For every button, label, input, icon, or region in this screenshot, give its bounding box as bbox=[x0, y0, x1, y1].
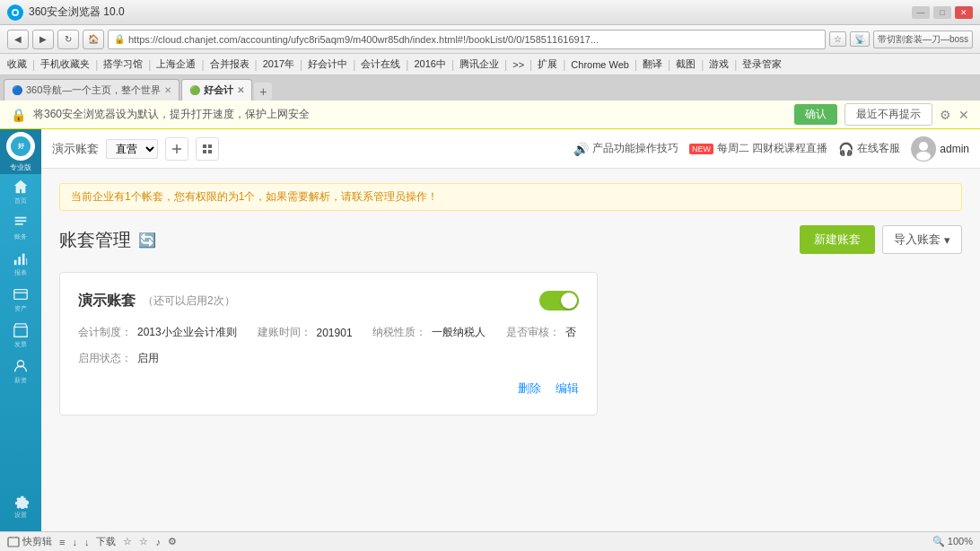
toolbar-extensions[interactable]: 扩展 bbox=[534, 57, 561, 72]
statusbar-quickclip[interactable]: 快剪辑 bbox=[7, 535, 52, 548]
toolbar-tencent[interactable]: 腾讯企业 bbox=[456, 57, 503, 72]
account-card-header: 演示账套 （还可以启用2次） bbox=[78, 291, 579, 310]
forward-btn[interactable]: ▶ bbox=[32, 30, 54, 49]
toolbar-shanghai[interactable]: 上海企通 bbox=[153, 57, 199, 72]
header-left: 演示账套 直营 bbox=[52, 137, 219, 161]
import-account-btn[interactable]: 导入账套 ▾ bbox=[882, 225, 962, 254]
toolbar-more[interactable]: >> bbox=[509, 58, 528, 71]
minimize-btn[interactable]: — bbox=[912, 6, 930, 19]
sidebar-item-journal[interactable]: 账务 bbox=[0, 210, 41, 246]
notice-text: 当前企业有1个帐套，您有权限的为1个，如果需要解析，请联系管理员操作！ bbox=[71, 190, 438, 203]
svg-rect-10 bbox=[14, 290, 27, 300]
create-date-label: 建账时间： bbox=[258, 325, 311, 340]
tab-accounting-label: 好会计 bbox=[204, 83, 233, 97]
refresh-btn[interactable]: ↻ bbox=[57, 30, 79, 49]
edit-link[interactable]: 编辑 bbox=[556, 380, 579, 397]
toolbar-login[interactable]: 登录管家 bbox=[739, 57, 785, 72]
statusbar-arrow2[interactable]: ↓ bbox=[84, 537, 90, 547]
statusbar-arrow1[interactable]: ↓ bbox=[72, 537, 77, 547]
page-content: 当前企业有1个帐套，您有权限的为1个，如果需要解析，请联系管理员操作！ 账套管理… bbox=[41, 169, 980, 531]
address-bar[interactable]: 🔒 https://cloud.chanjet.com/accounting/u… bbox=[108, 30, 826, 49]
sidebar-item-report[interactable]: 报表 bbox=[0, 246, 41, 282]
toolbar-accounting[interactable]: 好会计中 bbox=[304, 57, 351, 72]
accounting-system-row: 会计制度： 2013小企业会计准则 bbox=[78, 325, 240, 340]
statusbar-download[interactable]: 下载 bbox=[96, 535, 116, 548]
tab-360-close[interactable]: ✕ bbox=[164, 85, 171, 95]
sidebar-home-label: 首页 bbox=[14, 197, 27, 206]
security-close-icon[interactable]: ✕ bbox=[958, 108, 969, 122]
toolbar-merge[interactable]: 合并报表 bbox=[206, 57, 253, 72]
toolbar-screenshot[interactable]: 截图 bbox=[672, 57, 699, 72]
window-controls: — □ ✕ bbox=[912, 6, 973, 19]
sidebar-report-label: 报表 bbox=[14, 268, 27, 277]
sidebar-assets-label: 资产 bbox=[14, 304, 27, 313]
app-header: 演示账套 直营 🔊 产品功能操作技巧 bbox=[41, 129, 980, 169]
security-text: 将360安全浏览器设为默认，提升打开速度，保护上网安全 bbox=[33, 107, 787, 122]
audit-row: 是否审核： 否 bbox=[506, 325, 579, 340]
account-card-sub: （还可以启用2次） bbox=[143, 293, 235, 309]
import-account-label: 导入账套 bbox=[894, 232, 941, 248]
sidebar-item-invoice[interactable]: 发票 bbox=[0, 318, 41, 354]
security-gear-icon[interactable]: ⚙ bbox=[940, 108, 951, 122]
toggle-knob bbox=[561, 293, 577, 309]
toolbar-chrome[interactable]: Chrome Web bbox=[567, 58, 633, 71]
accounting-system-label: 会计制度： bbox=[78, 325, 132, 340]
tab-360[interactable]: 🔵 360导航—一个主页，整个世界 ✕ bbox=[4, 79, 179, 101]
account-select[interactable]: 直营 bbox=[106, 139, 158, 159]
sidebar-item-home[interactable]: 首页 bbox=[0, 174, 41, 210]
statusbar-star[interactable]: ☆ bbox=[123, 536, 132, 547]
switch-btn[interactable]: 带切割套装—刀—boss bbox=[873, 31, 973, 48]
toolbar-2017[interactable]: 2017年 bbox=[259, 57, 298, 72]
security-confirm-btn[interactable]: 确认 bbox=[794, 104, 837, 125]
account-toggle[interactable] bbox=[539, 291, 579, 310]
feature-live[interactable]: NEW 每周二 四财税课程直播 bbox=[689, 141, 827, 156]
toolbar-mobile[interactable]: 手机收藏夹 bbox=[37, 57, 93, 72]
status-row: 启用状态： 启用 bbox=[78, 351, 579, 366]
statusbar-zoom[interactable]: 🔍 100% bbox=[932, 536, 973, 547]
statusbar-star2[interactable]: ☆ bbox=[139, 536, 148, 547]
feature-service[interactable]: 🎧 在线客服 bbox=[838, 141, 900, 156]
toolbar-translate[interactable]: 翻译 bbox=[639, 57, 666, 72]
tab-accounting[interactable]: 🟢 好会计 ✕ bbox=[181, 79, 252, 101]
svg-rect-7 bbox=[18, 257, 21, 265]
tax-type-value: 一般纳税人 bbox=[432, 325, 486, 340]
sidebar-item-assets[interactable]: 资产 bbox=[0, 282, 41, 318]
toolbar-online[interactable]: 会计在线 bbox=[357, 57, 404, 72]
rss-btn[interactable]: 📡 bbox=[850, 31, 870, 47]
account-info: 会计制度： 2013小企业会计准则 建账时间： 201901 纳税性质： 一般纳… bbox=[78, 325, 579, 340]
add-account-btn[interactable] bbox=[165, 137, 188, 161]
sidebar-salary-label: 薪资 bbox=[14, 376, 27, 385]
back-btn[interactable]: ◀ bbox=[7, 30, 29, 49]
sidebar-item-salary[interactable]: 薪资 bbox=[0, 354, 41, 389]
toggle-switch[interactable] bbox=[539, 291, 579, 310]
statusbar-menu[interactable]: ≡ bbox=[59, 537, 65, 547]
svg-rect-9 bbox=[26, 258, 27, 265]
security-dismiss-btn[interactable]: 最近不再提示 bbox=[844, 103, 932, 126]
account-card-actions: 删除 编辑 bbox=[78, 380, 579, 397]
tab-accounting-close[interactable]: ✕ bbox=[237, 85, 244, 95]
star-btn[interactable]: ☆ bbox=[829, 31, 846, 47]
sidebar-invoice-label: 发票 bbox=[14, 340, 27, 349]
close-btn[interactable]: ✕ bbox=[955, 6, 973, 19]
toolbar-2016[interactable]: 2016中 bbox=[410, 57, 449, 72]
page-actions: 新建账套 导入账套 ▾ bbox=[800, 225, 962, 254]
home-btn[interactable]: 🏠 bbox=[83, 30, 104, 49]
sidebar-item-settings[interactable]: 设置 bbox=[0, 488, 41, 524]
toolbar-games[interactable]: 游戏 bbox=[705, 57, 732, 72]
new-account-btn[interactable]: 新建账套 bbox=[800, 225, 875, 254]
svg-rect-13 bbox=[203, 144, 206, 148]
feature-tips[interactable]: 🔊 产品功能操作技巧 bbox=[573, 141, 678, 156]
toolbar-favorites[interactable]: 收藏 bbox=[4, 57, 31, 72]
maximize-btn[interactable]: □ bbox=[933, 6, 951, 19]
delete-link[interactable]: 删除 bbox=[518, 380, 541, 397]
statusbar-gear[interactable]: ⚙ bbox=[168, 536, 177, 547]
refresh-icon[interactable]: 🔄 bbox=[138, 232, 156, 249]
svg-point-18 bbox=[919, 142, 928, 151]
svg-point-19 bbox=[916, 152, 931, 161]
toolbar-study[interactable]: 搭学习馆 bbox=[100, 57, 146, 72]
tab-add-btn[interactable]: + bbox=[254, 83, 272, 101]
sidebar-logo: 好 专业版 bbox=[0, 129, 41, 174]
statusbar-note[interactable]: ♪ bbox=[155, 537, 161, 547]
tab-360-label: 360导航—一个主页，整个世界 bbox=[26, 83, 161, 97]
grid-btn[interactable] bbox=[196, 137, 219, 161]
